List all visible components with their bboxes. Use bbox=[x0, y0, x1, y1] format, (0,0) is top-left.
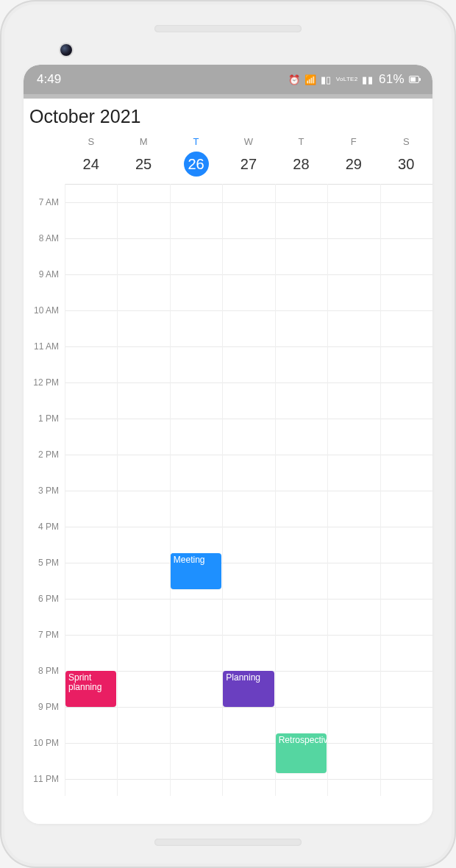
hour-label: 7 PM bbox=[38, 630, 59, 640]
battery-percent: 61% bbox=[379, 72, 405, 87]
day-column[interactable]: W27 bbox=[222, 136, 274, 177]
calendar-app: October 2021 S24M25T26W27T28F29S30 7 AM8… bbox=[24, 99, 432, 824]
day-column[interactable]: T28 bbox=[275, 136, 327, 177]
calendar-event[interactable]: Planning bbox=[223, 671, 274, 707]
hour-label: 9 AM bbox=[39, 269, 59, 280]
time-grid[interactable]: 7 AM8 AM9 AM10 AM11 AM12 PM1 PM2 PM3 PM4… bbox=[24, 184, 432, 796]
day-letter: S bbox=[65, 136, 117, 147]
hour-label: 8 PM bbox=[38, 666, 59, 676]
calendar-event[interactable]: Sprint planning bbox=[65, 671, 116, 707]
hour-label: 5 PM bbox=[38, 558, 59, 568]
day-column[interactable]: T26 bbox=[170, 136, 222, 177]
day-number[interactable]: 29 bbox=[341, 152, 366, 177]
grid-surface[interactable]: MeetingSprint planningPlanningRetrospect… bbox=[65, 184, 432, 796]
day-letter: F bbox=[327, 136, 380, 147]
hour-label: 10 PM bbox=[33, 738, 59, 748]
week-header: S24M25T26W27T28F29S30 bbox=[24, 136, 432, 177]
phone-camera bbox=[60, 44, 72, 56]
signal-icon: ▮▯ bbox=[321, 74, 332, 85]
day-letter: W bbox=[222, 136, 274, 147]
calendar-event[interactable]: Meeting bbox=[171, 553, 221, 589]
alarm-icon: ⏰ bbox=[288, 74, 300, 85]
day-letter: M bbox=[117, 136, 169, 147]
battery-icon bbox=[409, 76, 419, 83]
day-letter: T bbox=[170, 136, 222, 147]
hour-label: 4 PM bbox=[38, 522, 59, 532]
hour-label: 7 AM bbox=[39, 197, 59, 207]
hour-label: 6 PM bbox=[38, 594, 59, 604]
phone-screen: 4:49 ⏰ 📶 ▮▯ VoLTE2 ▮▮ 61% October 2021 S… bbox=[24, 65, 432, 824]
day-number[interactable]: 26 bbox=[184, 152, 209, 177]
status-time: 4:49 bbox=[37, 72, 61, 87]
hour-label: 3 PM bbox=[38, 485, 59, 496]
day-number[interactable]: 27 bbox=[236, 152, 261, 177]
hour-label: 12 PM bbox=[33, 377, 59, 388]
event-start-dot bbox=[171, 553, 174, 557]
phone-speaker-top bbox=[154, 25, 302, 32]
day-column[interactable]: S30 bbox=[380, 136, 432, 177]
hour-label: 1 PM bbox=[38, 413, 59, 424]
day-number[interactable]: 28 bbox=[288, 152, 313, 177]
day-column[interactable]: M25 bbox=[117, 136, 169, 177]
day-column[interactable]: F29 bbox=[327, 136, 380, 177]
day-letter: S bbox=[380, 136, 432, 147]
phone-frame: 4:49 ⏰ 📶 ▮▯ VoLTE2 ▮▮ 61% October 2021 S… bbox=[0, 0, 456, 868]
status-right: ⏰ 📶 ▮▯ VoLTE2 ▮▮ 61% bbox=[288, 72, 419, 87]
status-bar: 4:49 ⏰ 📶 ▮▯ VoLTE2 ▮▮ 61% bbox=[24, 65, 432, 94]
day-letter: T bbox=[275, 136, 327, 147]
hour-label: 9 PM bbox=[38, 702, 59, 712]
hour-label: 11 PM bbox=[33, 774, 59, 784]
phone-speaker-bottom bbox=[154, 839, 302, 846]
day-number[interactable]: 25 bbox=[131, 152, 156, 177]
day-number[interactable]: 24 bbox=[79, 152, 104, 177]
hour-label: 11 AM bbox=[34, 341, 59, 352]
network-label: VoLTE2 bbox=[336, 77, 358, 82]
hour-label: 10 AM bbox=[34, 305, 59, 316]
signal2-icon: ▮▮ bbox=[362, 74, 373, 85]
hour-label: 2 PM bbox=[38, 449, 59, 460]
month-title[interactable]: October 2021 bbox=[24, 99, 432, 136]
wifi-icon: 📶 bbox=[304, 74, 316, 85]
day-column[interactable]: S24 bbox=[65, 136, 117, 177]
day-number[interactable]: 30 bbox=[393, 152, 418, 177]
calendar-event[interactable]: Retrospective bbox=[276, 733, 327, 773]
hour-label: 8 AM bbox=[39, 233, 59, 243]
